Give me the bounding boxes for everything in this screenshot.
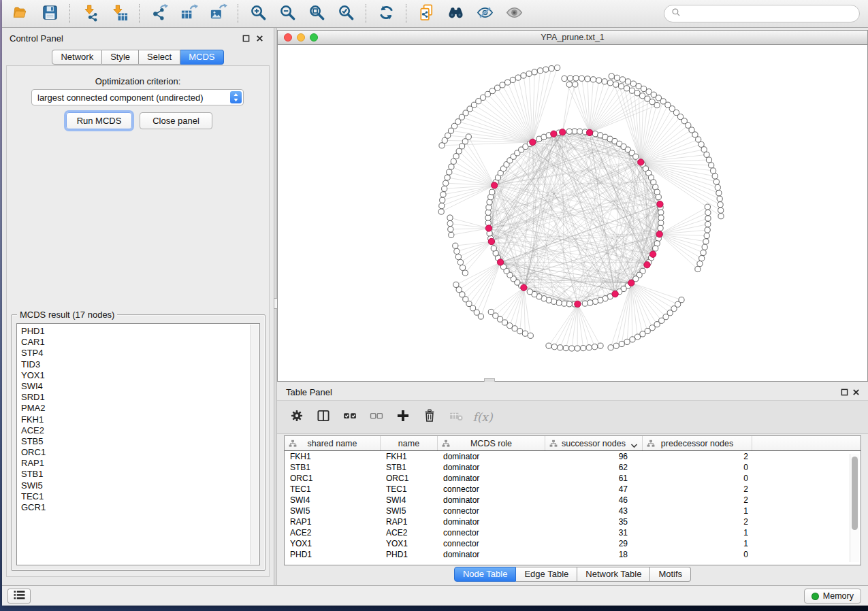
zoom-in-button[interactable]: [247, 2, 270, 25]
network-leaf-node[interactable]: [713, 179, 719, 184]
table-cell[interactable]: 18: [545, 550, 643, 559]
criterion-dropdown[interactable]: largest connected component (undirected): [31, 89, 244, 105]
table-panel-float-icon[interactable]: [840, 388, 849, 397]
network-leaf-node[interactable]: [609, 73, 614, 79]
table-cell[interactable]: 1: [643, 528, 752, 538]
table-cell[interactable]: 61: [545, 474, 643, 483]
network-leaf-node[interactable]: [460, 144, 465, 149]
network-leaf-node[interactable]: [630, 337, 635, 342]
network-leaf-node[interactable]: [581, 346, 586, 351]
deselect-all-button[interactable]: [365, 405, 388, 429]
network-node[interactable]: [572, 129, 577, 134]
table-cell[interactable]: dominator: [438, 474, 545, 483]
table-row[interactable]: RAP1RAP1dominator352: [285, 516, 861, 527]
zoom-fit-button[interactable]: [306, 2, 328, 25]
table-cell[interactable]: YOX1: [285, 539, 381, 548]
table-cell[interactable]: SWI5: [285, 506, 381, 516]
network-leaf-node[interactable]: [480, 95, 485, 100]
table-cell[interactable]: 43: [545, 506, 643, 516]
network-leaf-node[interactable]: [440, 192, 446, 197]
network-leaf-node[interactable]: [453, 282, 459, 287]
memory-button[interactable]: Memory: [804, 589, 861, 604]
network-leaf-node[interactable]: [701, 250, 706, 255]
network-leaf-node[interactable]: [654, 322, 660, 327]
network-leaf-node[interactable]: [646, 89, 652, 95]
network-node[interactable]: [488, 195, 494, 200]
table-row[interactable]: STB1STB1dominator620: [285, 462, 861, 473]
table-cell[interactable]: 96: [545, 452, 643, 461]
network-node[interactable]: [566, 129, 572, 134]
table-cell[interactable]: 35: [545, 517, 643, 527]
network-leaf-node[interactable]: [445, 175, 450, 180]
network-node[interactable]: [658, 215, 664, 220]
network-leaf-node[interactable]: [442, 137, 447, 143]
table-cell[interactable]: RAP1: [381, 517, 438, 527]
mcds-hub-node[interactable]: [492, 182, 498, 188]
mcds-hub-node[interactable]: [656, 231, 662, 237]
table-scrollbar[interactable]: [850, 454, 859, 562]
network-leaf-node[interactable]: [704, 233, 709, 238]
network-leaf-node[interactable]: [457, 259, 463, 265]
column-header-successor-nodes[interactable]: successor nodes: [545, 436, 643, 450]
mcds-hub-node[interactable]: [485, 225, 492, 231]
network-leaf-node[interactable]: [447, 220, 453, 226]
column-header-name[interactable]: name: [381, 436, 438, 450]
network-node[interactable]: [598, 297, 603, 303]
table-cell[interactable]: ACE2: [285, 528, 381, 538]
network-leaf-node[interactable]: [447, 169, 452, 175]
mcds-hub-node[interactable]: [497, 259, 503, 265]
table-cell[interactable]: dominator: [438, 495, 545, 505]
search-input[interactable]: [685, 8, 852, 20]
network-leaf-node[interactable]: [532, 69, 537, 75]
network-leaf-node[interactable]: [507, 323, 513, 329]
network-leaf-node[interactable]: [498, 316, 503, 322]
table-row[interactable]: TEC1TEC1connector472: [285, 484, 861, 495]
search-box[interactable]: [664, 5, 860, 22]
network-leaf-node[interactable]: [696, 137, 701, 142]
network-leaf-node[interactable]: [692, 132, 698, 137]
network-leaf-node[interactable]: [706, 157, 711, 163]
table-row[interactable]: SWI5SWI5connector431: [285, 506, 861, 516]
table-cell[interactable]: STB1: [285, 463, 381, 472]
network-node[interactable]: [654, 189, 660, 195]
table-cell[interactable]: 0: [643, 550, 752, 559]
table-cell[interactable]: 47: [545, 484, 643, 494]
table-cell[interactable]: ORC1: [381, 474, 438, 483]
tab-node-table[interactable]: Node Table: [454, 567, 517, 582]
network-leaf-node[interactable]: [586, 345, 592, 350]
export-image-button[interactable]: [207, 2, 229, 25]
zoom-out-button[interactable]: [276, 2, 299, 25]
network-leaf-node[interactable]: [512, 326, 517, 331]
network-leaf-node[interactable]: [453, 243, 458, 248]
mcds-result-item[interactable]: ACE2: [21, 425, 259, 436]
network-leaf-node[interactable]: [510, 77, 515, 82]
table-cell[interactable]: connector: [438, 506, 545, 516]
network-leaf-node[interactable]: [462, 270, 468, 276]
table-panel-close-icon[interactable]: [852, 388, 861, 397]
network-leaf-node[interactable]: [440, 197, 445, 203]
table-cell[interactable]: TEC1: [381, 484, 438, 494]
mcds-result-item[interactable]: PHD1: [21, 326, 259, 337]
network-leaf-node[interactable]: [449, 164, 454, 169]
network-graph-svg[interactable]: [278, 45, 867, 381]
network-leaf-node[interactable]: [705, 227, 710, 233]
mcds-result-item[interactable]: TEC1: [21, 491, 259, 502]
mcds-hub-node[interactable]: [560, 129, 566, 135]
network-leaf-node[interactable]: [456, 287, 462, 293]
network-leaf-node[interactable]: [649, 99, 655, 105]
import-network-button[interactable]: [79, 2, 101, 25]
network-node[interactable]: [489, 189, 495, 195]
network-leaf-node[interactable]: [521, 73, 526, 78]
mcds-hub-node[interactable]: [644, 262, 650, 268]
network-node[interactable]: [556, 300, 562, 306]
network-node[interactable]: [486, 205, 492, 210]
table-cell[interactable]: 2: [643, 517, 752, 527]
network-leaf-node[interactable]: [629, 88, 634, 93]
tab-motifs[interactable]: Motifs: [650, 567, 691, 582]
network-leaf-node[interactable]: [602, 79, 607, 84]
table-cell[interactable]: PHD1: [285, 550, 381, 559]
network-leaf-node[interactable]: [451, 159, 456, 164]
network-leaf-node[interactable]: [454, 248, 460, 254]
network-leaf-node[interactable]: [515, 75, 521, 80]
mcds-result-scrollbar[interactable]: [250, 325, 259, 564]
